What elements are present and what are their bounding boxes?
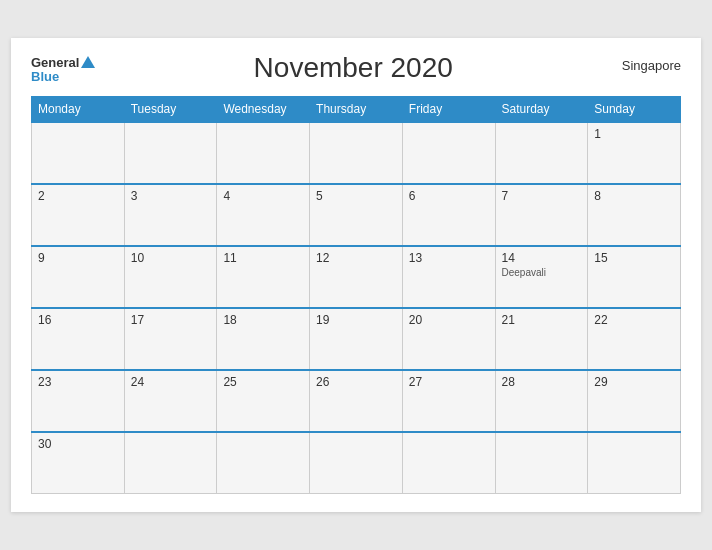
day-number: 25 bbox=[223, 375, 303, 389]
day-number: 6 bbox=[409, 189, 489, 203]
day-number: 28 bbox=[502, 375, 582, 389]
day-number: 17 bbox=[131, 313, 211, 327]
week-row-4: 16171819202122 bbox=[32, 308, 681, 370]
calendar-cell: 26 bbox=[310, 370, 403, 432]
calendar-cell: 1 bbox=[588, 122, 681, 184]
week-row-2: 2345678 bbox=[32, 184, 681, 246]
day-number: 24 bbox=[131, 375, 211, 389]
calendar-cell: 6 bbox=[402, 184, 495, 246]
calendar-cell: 7 bbox=[495, 184, 588, 246]
week-row-5: 23242526272829 bbox=[32, 370, 681, 432]
col-header-saturday: Saturday bbox=[495, 96, 588, 122]
calendar-cell bbox=[217, 432, 310, 494]
calendar-cell bbox=[310, 432, 403, 494]
calendar-cell: 2 bbox=[32, 184, 125, 246]
day-number: 14 bbox=[502, 251, 582, 265]
calendar-cell: 8 bbox=[588, 184, 681, 246]
day-number: 9 bbox=[38, 251, 118, 265]
day-number: 2 bbox=[38, 189, 118, 203]
calendar-header: General Blue November 2020 Singapore bbox=[31, 56, 681, 84]
calendar-cell: 21 bbox=[495, 308, 588, 370]
calendar-cell: 13 bbox=[402, 246, 495, 308]
week-row-1: 1 bbox=[32, 122, 681, 184]
calendar-cell: 4 bbox=[217, 184, 310, 246]
day-number: 26 bbox=[316, 375, 396, 389]
calendar-cell: 10 bbox=[124, 246, 217, 308]
day-number: 12 bbox=[316, 251, 396, 265]
calendar-cell: 17 bbox=[124, 308, 217, 370]
calendar-cell bbox=[217, 122, 310, 184]
week-row-3: 91011121314Deepavali15 bbox=[32, 246, 681, 308]
calendar-cell: 28 bbox=[495, 370, 588, 432]
calendar-cell: 3 bbox=[124, 184, 217, 246]
logo-general-text: General bbox=[31, 56, 79, 69]
logo-triangle-icon bbox=[81, 56, 95, 68]
calendar-cell: 27 bbox=[402, 370, 495, 432]
calendar-cell: 18 bbox=[217, 308, 310, 370]
col-header-wednesday: Wednesday bbox=[217, 96, 310, 122]
calendar-cell bbox=[495, 122, 588, 184]
day-number: 20 bbox=[409, 313, 489, 327]
calendar-title: November 2020 bbox=[95, 52, 611, 84]
col-header-sunday: Sunday bbox=[588, 96, 681, 122]
day-number: 21 bbox=[502, 313, 582, 327]
col-header-tuesday: Tuesday bbox=[124, 96, 217, 122]
calendar-cell: 11 bbox=[217, 246, 310, 308]
day-number: 3 bbox=[131, 189, 211, 203]
day-number: 7 bbox=[502, 189, 582, 203]
logo-blue-text: Blue bbox=[31, 70, 59, 83]
calendar-cell bbox=[495, 432, 588, 494]
calendar-table: MondayTuesdayWednesdayThursdayFridaySatu… bbox=[31, 96, 681, 495]
calendar-cell bbox=[310, 122, 403, 184]
calendar-header-row: MondayTuesdayWednesdayThursdayFridaySatu… bbox=[32, 96, 681, 122]
calendar-cell: 14Deepavali bbox=[495, 246, 588, 308]
calendar-cell: 16 bbox=[32, 308, 125, 370]
day-number: 19 bbox=[316, 313, 396, 327]
calendar-container: General Blue November 2020 Singapore Mon… bbox=[11, 38, 701, 513]
event-label: Deepavali bbox=[502, 267, 582, 278]
calendar-cell bbox=[124, 432, 217, 494]
calendar-cell: 12 bbox=[310, 246, 403, 308]
day-number: 5 bbox=[316, 189, 396, 203]
calendar-cell bbox=[124, 122, 217, 184]
calendar-cell: 9 bbox=[32, 246, 125, 308]
day-number: 18 bbox=[223, 313, 303, 327]
calendar-cell: 29 bbox=[588, 370, 681, 432]
day-number: 29 bbox=[594, 375, 674, 389]
calendar-cell bbox=[588, 432, 681, 494]
calendar-cell: 15 bbox=[588, 246, 681, 308]
week-row-6: 30 bbox=[32, 432, 681, 494]
day-number: 10 bbox=[131, 251, 211, 265]
calendar-cell: 30 bbox=[32, 432, 125, 494]
calendar-cell bbox=[402, 432, 495, 494]
day-number: 23 bbox=[38, 375, 118, 389]
day-number: 4 bbox=[223, 189, 303, 203]
day-number: 22 bbox=[594, 313, 674, 327]
day-number: 16 bbox=[38, 313, 118, 327]
calendar-cell: 20 bbox=[402, 308, 495, 370]
calendar-cell: 19 bbox=[310, 308, 403, 370]
day-number: 8 bbox=[594, 189, 674, 203]
day-number: 11 bbox=[223, 251, 303, 265]
col-header-thursday: Thursday bbox=[310, 96, 403, 122]
calendar-cell: 22 bbox=[588, 308, 681, 370]
col-header-friday: Friday bbox=[402, 96, 495, 122]
col-header-monday: Monday bbox=[32, 96, 125, 122]
day-number: 15 bbox=[594, 251, 674, 265]
logo: General Blue bbox=[31, 56, 95, 83]
calendar-cell: 24 bbox=[124, 370, 217, 432]
calendar-cell: 23 bbox=[32, 370, 125, 432]
day-number: 1 bbox=[594, 127, 674, 141]
calendar-cell: 25 bbox=[217, 370, 310, 432]
calendar-cell bbox=[402, 122, 495, 184]
calendar-cell: 5 bbox=[310, 184, 403, 246]
calendar-cell bbox=[32, 122, 125, 184]
day-number: 30 bbox=[38, 437, 118, 451]
day-number: 27 bbox=[409, 375, 489, 389]
day-number: 13 bbox=[409, 251, 489, 265]
country-label: Singapore bbox=[611, 58, 681, 73]
